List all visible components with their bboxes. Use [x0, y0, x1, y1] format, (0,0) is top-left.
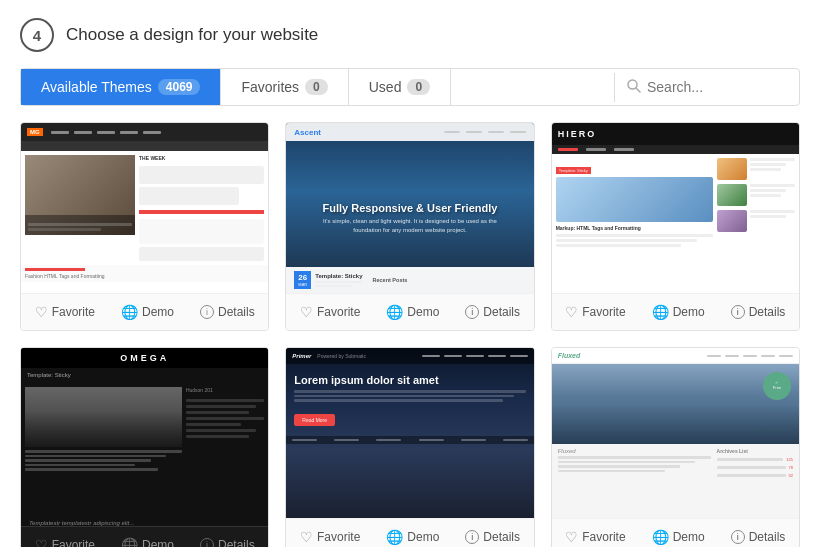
- demo-button-fluxed[interactable]: 🌐 Demo: [648, 527, 709, 547]
- tab-favorites-label: Favorites: [241, 79, 299, 95]
- demo-button-omega[interactable]: 🌐 Demo: [117, 535, 178, 547]
- demo-label-fluxed: Demo: [673, 530, 705, 544]
- favorite-label-omega: Favorite: [52, 538, 95, 547]
- theme-actions-omega: ♡ Favorite 🌐 Demo i Details: [21, 526, 268, 547]
- demo-button-primer[interactable]: 🌐 Demo: [382, 527, 443, 547]
- favorite-label-ascent: Favorite: [317, 305, 360, 319]
- demo-label-ascent: Demo: [407, 305, 439, 319]
- demo-button-mgweekly[interactable]: 🌐 Demo: [117, 302, 178, 322]
- theme-card-omega: OMEGA Template: Sticky: [20, 347, 269, 547]
- theme-actions-ascent: ♡ Favorite 🌐 Demo i Details: [286, 293, 533, 330]
- fluxed-hero: ✓Free: [552, 364, 799, 444]
- heart-icon: ♡: [35, 304, 48, 320]
- details-label-ascent: Details: [483, 305, 520, 319]
- theme-actions-hiero: ♡ Favorite 🌐 Demo i Details: [552, 293, 799, 330]
- globe-icon-omega: 🌐: [121, 537, 138, 547]
- omega-text: [25, 450, 182, 471]
- details-label-omega: Details: [218, 538, 255, 547]
- details-label: Details: [218, 305, 255, 319]
- info-icon-omega: i: [200, 538, 214, 547]
- page-title: Choose a design for your website: [66, 25, 318, 45]
- theme-preview-omega: OMEGA Template: Sticky: [21, 348, 268, 518]
- favorite-label-hiero: Favorite: [582, 305, 625, 319]
- details-label-primer: Details: [483, 530, 520, 544]
- theme-card-fluxed: Fluxed ✓Free Fluxed: [551, 347, 800, 547]
- tab-available[interactable]: Available Themes 4069: [21, 69, 221, 105]
- demo-button-ascent[interactable]: 🌐 Demo: [382, 302, 443, 322]
- demo-label: Demo: [142, 305, 174, 319]
- favorite-button-ascent[interactable]: ♡ Favorite: [296, 302, 364, 322]
- search-input[interactable]: [647, 79, 787, 95]
- omega-main: [25, 387, 182, 471]
- favorite-label-fluxed: Favorite: [582, 530, 625, 544]
- favorite-button-mgweekly[interactable]: ♡ Favorite: [31, 302, 99, 322]
- hiero-nav: [552, 145, 799, 154]
- theme-preview-primer: Primer Powered by Submatic Lorem ipsum d…: [286, 348, 533, 518]
- tab-available-count: 4069: [158, 79, 201, 95]
- theme-actions-fluxed: ♡ Favorite 🌐 Demo i Details: [552, 518, 799, 547]
- hiero-main-img: [556, 177, 713, 222]
- search-icon: [627, 79, 641, 96]
- fluxed-main: Fluxed: [558, 448, 711, 478]
- ascent-post-2: Recent Posts: [372, 271, 407, 289]
- theme-preview-fluxed: Fluxed ✓Free Fluxed: [552, 348, 799, 518]
- fluxed-badge: ✓Free: [763, 372, 791, 400]
- mgw-main-image: [25, 155, 135, 235]
- details-label-fluxed: Details: [749, 530, 786, 544]
- favorite-button-fluxed[interactable]: ♡ Favorite: [561, 527, 629, 547]
- theme-preview-hiero: HIERO Template: Sticky Markup: HTML Tags…: [552, 123, 799, 293]
- globe-icon-ascent: 🌐: [386, 304, 403, 320]
- theme-actions-mgweekly: ♡ Favorite 🌐 Demo i Details: [21, 293, 268, 330]
- details-button-fluxed[interactable]: i Details: [727, 528, 790, 546]
- demo-button-hiero[interactable]: 🌐 Demo: [648, 302, 709, 322]
- favorite-button-primer[interactable]: ♡ Favorite: [296, 527, 364, 547]
- mgw-logo: MG: [27, 128, 43, 136]
- info-icon-hiero: i: [731, 305, 745, 319]
- details-label-hiero: Details: [749, 305, 786, 319]
- details-button-ascent[interactable]: i Details: [461, 303, 524, 321]
- tab-favorites-count: 0: [305, 79, 328, 95]
- globe-icon-primer: 🌐: [386, 529, 403, 545]
- details-button-primer[interactable]: i Details: [461, 528, 524, 546]
- favorite-label: Favorite: [52, 305, 95, 319]
- heart-icon-hiero: ♡: [565, 304, 578, 320]
- heart-icon-ascent: ♡: [300, 304, 313, 320]
- tab-used[interactable]: Used 0: [349, 69, 451, 105]
- heart-icon-omega: ♡: [35, 537, 48, 547]
- details-button-mgweekly[interactable]: i Details: [196, 303, 259, 321]
- theme-card-primer: Primer Powered by Submatic Lorem ipsum d…: [285, 347, 534, 547]
- tab-bar: Available Themes 4069 Favorites 0 Used 0: [20, 68, 800, 106]
- info-icon: i: [200, 305, 214, 319]
- svg-line-1: [636, 88, 640, 92]
- hiero-logo: HIERO: [558, 129, 597, 139]
- hiero-main: Template: Sticky Markup: HTML Tags and F…: [556, 158, 713, 247]
- ascent-logo: Ascent: [294, 128, 321, 137]
- demo-label-omega: Demo: [142, 538, 174, 547]
- globe-icon-hiero: 🌐: [652, 304, 669, 320]
- details-button-omega[interactable]: i Details: [196, 536, 259, 547]
- tab-available-label: Available Themes: [41, 79, 152, 95]
- omega-main-img: [25, 387, 182, 447]
- primer-cta-btn: Read More: [294, 414, 335, 426]
- hiero-header: HIERO: [552, 123, 799, 145]
- mgw-header: MG: [21, 123, 268, 141]
- tab-favorites[interactable]: Favorites 0: [221, 69, 348, 105]
- favorite-button-omega[interactable]: ♡ Favorite: [31, 535, 99, 547]
- globe-icon-fluxed: 🌐: [652, 529, 669, 545]
- fluxed-content: Fluxed Archives List: [552, 444, 799, 482]
- favorite-button-hiero[interactable]: ♡ Favorite: [561, 302, 629, 322]
- step-header: 4 Choose a design for your website: [20, 18, 800, 52]
- primer-center: Lorem ipsum dolor sit amet Read More: [286, 364, 533, 430]
- demo-label-primer: Demo: [407, 530, 439, 544]
- theme-card-mgweekly: MG: [20, 122, 269, 331]
- theme-preview-ascent: Ascent Fully Responsive & User Friendly …: [286, 123, 533, 293]
- demo-label-hiero: Demo: [673, 305, 705, 319]
- details-button-hiero[interactable]: i Details: [727, 303, 790, 321]
- info-icon-ascent: i: [465, 305, 479, 319]
- theme-card-ascent: Ascent Fully Responsive & User Friendly …: [285, 122, 534, 331]
- tab-used-count: 0: [407, 79, 430, 95]
- search-box: [614, 73, 799, 102]
- omega-logo: OMEGA: [120, 353, 169, 363]
- heart-icon-fluxed: ♡: [565, 529, 578, 545]
- heart-icon-primer: ♡: [300, 529, 313, 545]
